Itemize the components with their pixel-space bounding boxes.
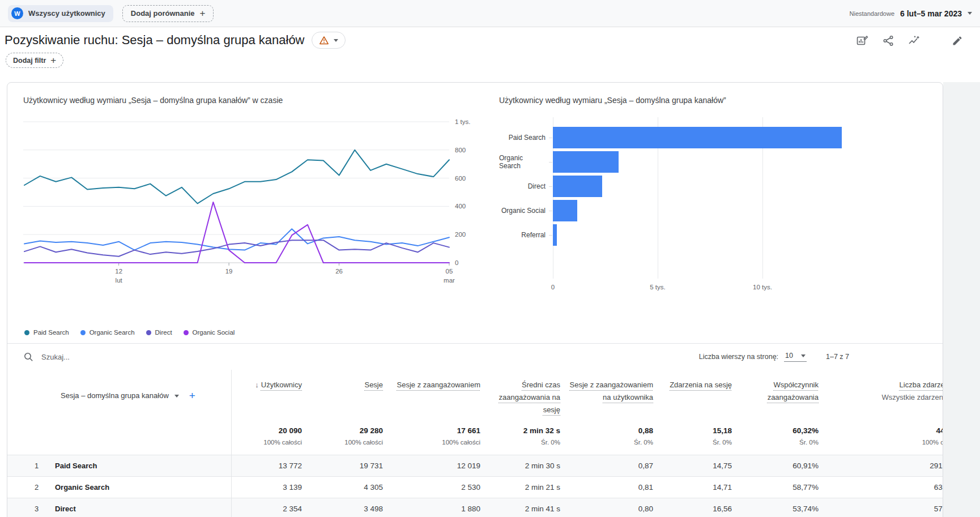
- line-chart-title: Użytkownicy według wymiaru „Sesja – domy…: [23, 96, 483, 105]
- insights-icon[interactable]: [907, 34, 921, 48]
- totals-cell: 444100% cał: [819, 422, 943, 455]
- table-toolbar: Liczba wierszy na stronę: 10 1–7 z 7: [7, 344, 943, 370]
- bar-category-label: Referral: [499, 224, 546, 246]
- legend-item-organic-search: Organic Search: [80, 329, 135, 336]
- row-dimension-cell: 1Paid Search: [23, 455, 232, 476]
- totals-value: 15,18: [653, 426, 732, 435]
- totals-value: 17 661: [383, 426, 480, 435]
- totals-subvalue: 100% całości: [302, 439, 383, 446]
- table-cell: 58,77%: [732, 477, 819, 498]
- legend-item-direct: Direct: [146, 329, 172, 336]
- svg-text:lut: lut: [116, 277, 123, 284]
- bar-row-referral: Referral: [499, 224, 873, 246]
- column-header-label: Sesje z zaangażowaniem na użytkownika: [570, 381, 653, 401]
- table-cell: 2 530: [383, 477, 480, 498]
- edit-icon[interactable]: [951, 34, 964, 48]
- bar-chart-axis: 05 tys.10 tys.: [499, 284, 873, 293]
- table-cell: 2 min 30 s: [480, 455, 560, 476]
- table-cell: 14,75: [653, 455, 732, 476]
- table-row[interactable]: 2Organic Search3 1394 3052 5302 min 21 s…: [7, 476, 943, 498]
- audience-chip[interactable]: W Wszyscy użytkownicy: [8, 5, 113, 22]
- customize-chart-icon[interactable]: [855, 34, 869, 48]
- bar-chart[interactable]: Paid SearchOrganic SearchDirectOrganic S…: [499, 117, 873, 279]
- add-comparison-label: Dodaj porównanie: [131, 9, 195, 18]
- title-row: Pozyskiwanie ruchu: Sesja – domyślna gru…: [5, 32, 346, 49]
- row-index: 3: [35, 505, 42, 513]
- table-cell: 60,91%: [732, 455, 819, 476]
- bar[interactable]: [553, 200, 577, 221]
- column-header[interactable]: Średni czas zaangażowania na sesję: [480, 370, 560, 422]
- column-header[interactable]: Sesje z zaangażowaniem na użytkownika: [560, 370, 653, 422]
- table-cell: 13 772: [232, 455, 302, 476]
- column-header[interactable]: Liczba zdarzeńWszystkie zdarzenia: [819, 370, 943, 422]
- column-header[interactable]: Współczynnik zaangażowania: [732, 370, 819, 422]
- table-row[interactable]: 3Direct2 3543 4981 8802 min 41 s0,8016,5…: [7, 498, 943, 517]
- date-range-type: Niestandardowe: [850, 10, 895, 17]
- table-cell: 16,56: [653, 498, 732, 517]
- warning-triangle-icon: [319, 36, 329, 45]
- totals-value: 29 280: [302, 426, 383, 435]
- column-header-label: Sesje: [364, 381, 383, 389]
- rows-per-page-control: Liczba wierszy na stronę: 10 1–7 z 7: [699, 352, 943, 362]
- table-cell: 2 min 21 s: [480, 477, 560, 498]
- bar[interactable]: [553, 176, 602, 197]
- line-chart[interactable]: 1 tys.800600400200012lut192605mar: [23, 117, 483, 287]
- line-series-organic-social: [24, 202, 449, 263]
- row-channel-name: Paid Search: [55, 462, 97, 470]
- legend-item-organic-social: Organic Social: [184, 329, 235, 336]
- report-warning-dropdown[interactable]: [312, 32, 346, 49]
- svg-text:1 tys.: 1 tys.: [455, 118, 470, 125]
- svg-text:800: 800: [455, 147, 466, 153]
- column-header-label: Sesje z zaangażowaniem: [397, 381, 480, 389]
- line-chart-section: Użytkownicy według wymiaru „Sesja – domy…: [23, 96, 483, 339]
- dimension-header-cell[interactable]: Sesja – domyślna grupa kanałów +: [23, 370, 232, 422]
- bar-category-label: Paid Search: [499, 127, 546, 148]
- column-header[interactable]: Sesje z zaangażowaniem: [383, 370, 480, 422]
- column-header[interactable]: Zdarzenia na sesję: [653, 370, 732, 422]
- row-index: 1: [35, 462, 42, 470]
- table-cell: 14,71: [653, 477, 732, 498]
- date-range-value: 6 lut–5 mar 2023: [900, 9, 962, 18]
- table-row[interactable]: 1Paid Search13 77219 73112 0192 min 30 s…: [7, 455, 943, 476]
- rows-per-page-select[interactable]: 10: [784, 352, 807, 362]
- add-comparison-button[interactable]: Dodaj porównanie +: [122, 5, 214, 22]
- bar-category-tick: [549, 138, 552, 138]
- column-header[interactable]: Sesje: [302, 370, 383, 422]
- bar[interactable]: [553, 224, 557, 246]
- date-range-picker[interactable]: Niestandardowe 6 lut–5 mar 2023: [850, 9, 972, 18]
- top-bar: W Wszyscy użytkownicy Dodaj porównanie +…: [0, 0, 980, 27]
- chevron-down-icon: [801, 354, 806, 357]
- share-icon[interactable]: [881, 34, 895, 48]
- totals-cell: 29 280100% całości: [302, 422, 383, 455]
- rows-per-page-value: 10: [785, 352, 793, 360]
- svg-text:600: 600: [455, 175, 466, 182]
- svg-text:mar: mar: [444, 277, 455, 284]
- add-filter-button[interactable]: Dodaj filtr +: [6, 53, 63, 68]
- bar[interactable]: [553, 127, 842, 148]
- column-header[interactable]: ↓Użytkownicy: [232, 370, 302, 422]
- column-header-label: Zdarzenia na sesję: [670, 381, 732, 389]
- totals-subvalue: Śr. 0%: [732, 439, 819, 446]
- column-header-sublabel: Wszystkie zdarzenia: [819, 391, 943, 404]
- totals-cell: 17 661100% całości: [383, 422, 480, 455]
- totals-subvalue: Śr. 0%: [653, 439, 732, 446]
- bar-axis-tick-label: 10 tys.: [753, 284, 772, 290]
- table-cell: 53,74%: [732, 498, 819, 517]
- report-card: Użytkownicy według wymiaru „Sesja – domy…: [7, 82, 943, 517]
- search-input[interactable]: [41, 353, 211, 361]
- add-dimension-button[interactable]: +: [189, 390, 195, 402]
- filter-row: Dodaj filtr +: [6, 53, 63, 68]
- page-title: Pozyskiwanie ruchu: Sesja – domyślna gru…: [5, 33, 305, 48]
- legend-label: Paid Search: [33, 329, 69, 336]
- add-filter-label: Dodaj filtr: [13, 57, 46, 65]
- totals-subvalue: 100% całości: [232, 439, 302, 446]
- bar-category-label: Organic Social: [499, 200, 546, 221]
- bar-row-organic-search: Organic Search: [499, 151, 873, 173]
- chevron-down-icon: [174, 395, 179, 398]
- column-header-label: Średni czas zaangażowania na sesję: [499, 381, 560, 414]
- totals-value: 2 min 32 s: [480, 426, 560, 435]
- bar[interactable]: [553, 151, 619, 173]
- totals-cell: 20 090100% całości: [232, 422, 302, 455]
- table-cell: 3 498: [302, 498, 383, 517]
- svg-text:19: 19: [225, 268, 233, 275]
